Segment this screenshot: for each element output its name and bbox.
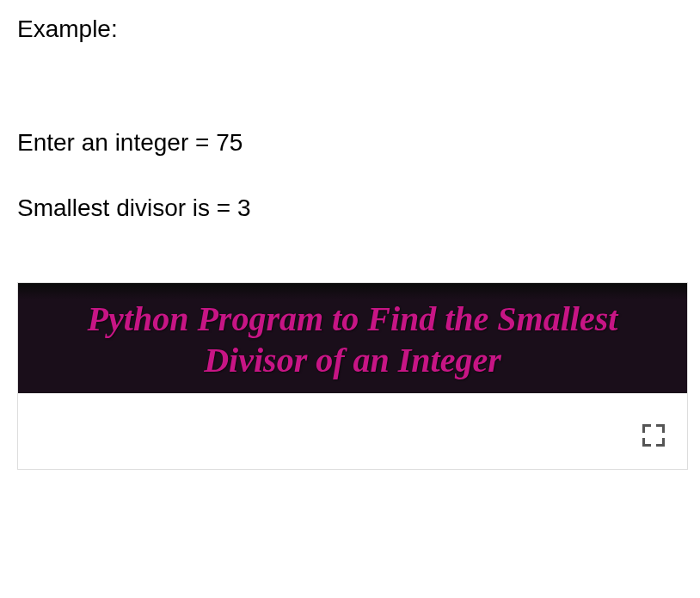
fullscreen-icon[interactable] bbox=[642, 424, 665, 447]
video-embed[interactable]: Python Program to Find the Smallest Divi… bbox=[17, 282, 688, 470]
video-thumbnail[interactable]: Python Program to Find the Smallest Divi… bbox=[18, 283, 687, 393]
output-line: Smallest divisor is = 3 bbox=[17, 194, 683, 222]
input-line: Enter an integer = 75 bbox=[17, 129, 683, 157]
example-heading: Example: bbox=[17, 15, 683, 43]
video-title: Python Program to Find the Smallest Divi… bbox=[44, 299, 661, 381]
video-controls-bar bbox=[18, 393, 687, 469]
